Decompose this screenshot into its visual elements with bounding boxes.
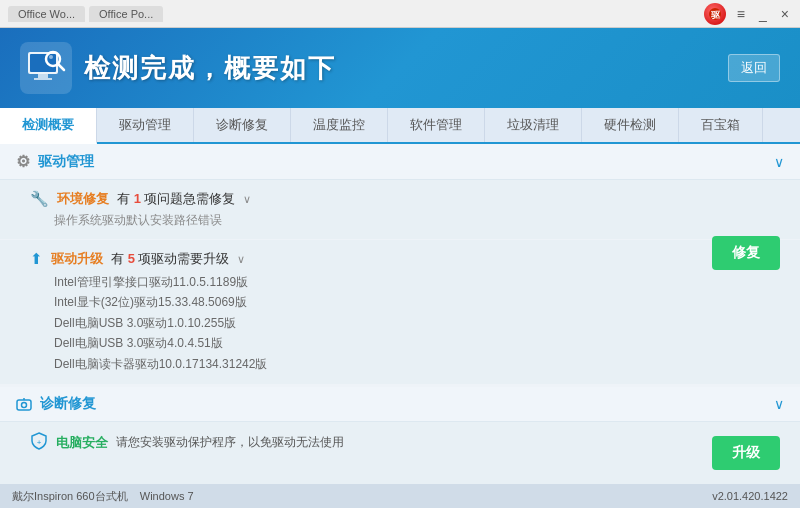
tab-toolbox[interactable]: 百宝箱 [679, 108, 763, 142]
minimize-btn[interactable]: _ [756, 6, 770, 22]
env-repair-count: 1 [134, 191, 141, 206]
drive-upgrade-count-label: 项驱动需要升级 [138, 251, 229, 266]
env-repair-title: 环境修复 [57, 190, 109, 208]
drive-management-label: ⚙ 驱动管理 [16, 152, 94, 171]
driver-item-0: Intel管理引擎接口驱动11.0.5.1189版 [54, 272, 770, 292]
svg-point-10 [49, 55, 53, 59]
tab-cleanup[interactable]: 垃圾清理 [485, 108, 582, 142]
wrench-icon: 🔧 [30, 190, 49, 208]
tab-software[interactable]: 软件管理 [388, 108, 485, 142]
svg-text:+: + [37, 438, 42, 447]
env-repair-text: 有 1 项问题急需修复 [117, 190, 235, 208]
driver-item-4: Dell电脑读卡器驱动10.0.17134.31242版 [54, 354, 770, 374]
driver-item-3: Dell电脑USB 3.0驱动4.0.4.51版 [54, 333, 770, 353]
pc-security-header: + 电脑安全 请您安装驱动保护程序，以免驱动无法使用 [30, 432, 770, 454]
tab-detect-summary[interactable]: 检测概要 [0, 108, 97, 144]
close-btn[interactable]: × [778, 6, 792, 22]
pc-security-desc: 请您安装驱动保护程序，以免驱动无法使用 [116, 434, 344, 451]
header-title: 检测完成，概要如下 [84, 51, 336, 86]
tab-drive-manage[interactable]: 驱动管理 [97, 108, 194, 142]
nav-tabs: 检测概要 驱动管理 诊断修复 温度监控 软件管理 垃圾清理 硬件检测 百宝箱 [0, 108, 800, 144]
drive-upgrade-item: ⬆ 驱动升级 有 5 项驱动需要升级 ∨ Intel管理引擎接口驱动11.0.5… [0, 240, 800, 385]
drive-upgrade-header: ⬆ 驱动升级 有 5 项驱动需要升级 ∨ [30, 250, 770, 268]
title-bar-controls: 驱 ≡ _ × [704, 3, 792, 25]
tab-diagnosis[interactable]: 诊断修复 [194, 108, 291, 142]
drive-upgrade-expand-icon[interactable]: ∨ [237, 253, 245, 266]
menu-btn[interactable]: ≡ [734, 6, 748, 22]
gear-icon: ⚙ [16, 152, 30, 171]
diagnosis-chevron-icon[interactable]: ∨ [774, 396, 784, 412]
env-repair-header: 🔧 环境修复 有 1 项问题急需修复 ∨ [30, 190, 770, 208]
header-logo: 检测完成，概要如下 [20, 42, 336, 94]
svg-rect-11 [17, 400, 31, 410]
footer: 戴尔Inspiron 660台式机 Windows 7 v2.01.420.14… [0, 484, 800, 508]
drive-upgrade-count: 5 [128, 251, 135, 266]
svg-line-9 [58, 64, 64, 70]
drive-upgrade-title: 驱动升级 [51, 250, 103, 268]
title-bar-tabs: Office Wo... Office Po... [8, 6, 704, 22]
header-icon [20, 42, 72, 94]
app-icon-red: 驱 [704, 3, 726, 25]
driver-item-1: Intel显卡(32位)驱动15.33.48.5069版 [54, 292, 770, 312]
driver-list: Intel管理引擎接口驱动11.0.5.1189版 Intel显卡(32位)驱动… [30, 272, 770, 374]
footer-device: 戴尔Inspiron 660台式机 Windows 7 [12, 489, 194, 504]
tab-hardware[interactable]: 硬件检测 [582, 108, 679, 142]
footer-version: v2.01.420.1422 [712, 490, 788, 502]
tab-temp-monitor[interactable]: 温度监控 [291, 108, 388, 142]
drive-management-section-header: ⚙ 驱动管理 ∨ [0, 144, 800, 180]
header-banner: 检测完成，概要如下 返回 [0, 28, 800, 108]
env-repair-expand-icon[interactable]: ∨ [243, 193, 251, 206]
chevron-down-icon[interactable]: ∨ [774, 154, 784, 170]
app-window: 精 驱动精灵 检测完成，概要如下 返回 [0, 28, 800, 508]
content-area: ⚙ 驱动管理 ∨ 🔧 环境修复 有 1 项问题急需修复 ∨ 操作系统驱动默认安装… [0, 144, 800, 508]
env-repair-count-label: 项问题急需修复 [144, 191, 235, 206]
svg-rect-6 [38, 74, 48, 78]
shield-icon: + [30, 432, 48, 454]
env-repair-desc: 操作系统驱动默认安装路径错误 [30, 212, 770, 229]
env-repair-item: 🔧 环境修复 有 1 项问题急需修复 ∨ 操作系统驱动默认安装路径错误 修复 [0, 180, 800, 240]
os-title-bar: Office Wo... Office Po... 驱 ≡ _ × [0, 0, 800, 28]
title-tab-2[interactable]: Office Po... [89, 6, 163, 22]
arrow-up-icon: ⬆ [30, 250, 43, 268]
diagnosis-section-header: 诊断修复 ∨ [0, 385, 800, 422]
drive-upgrade-text: 有 5 项驱动需要升级 [111, 250, 229, 268]
diagnosis-icon [16, 395, 32, 413]
pc-security-title: 电脑安全 [56, 434, 108, 452]
diagnosis-label: 诊断修复 [16, 395, 96, 413]
driver-item-2: Dell电脑USB 3.0驱动1.0.10.255版 [54, 313, 770, 333]
svg-text:驱: 驱 [709, 10, 720, 20]
svg-point-12 [22, 402, 27, 407]
back-button[interactable]: 返回 [728, 54, 780, 82]
pc-security-item: + 电脑安全 请您安装驱动保护程序，以免驱动无法使用 安装 [0, 422, 800, 464]
svg-rect-7 [34, 78, 52, 80]
title-tab-1[interactable]: Office Wo... [8, 6, 85, 22]
